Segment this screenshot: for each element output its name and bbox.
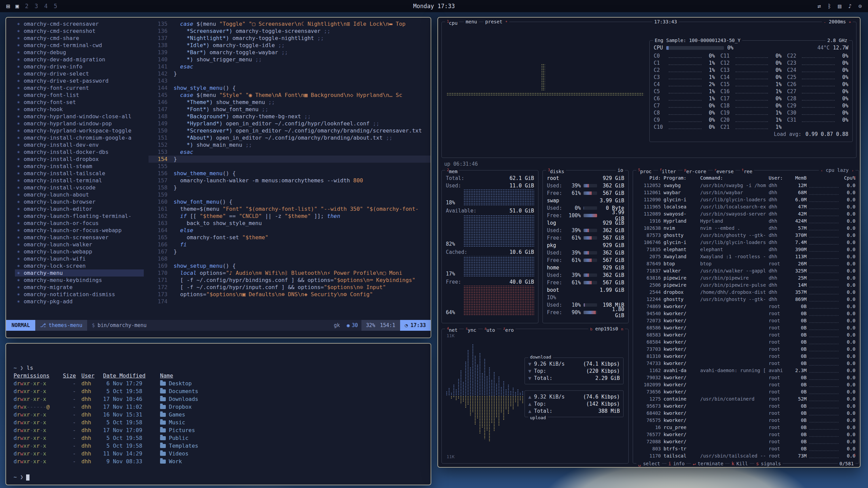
tree-item[interactable]: ∗omarchy-dev-add-migration — [15, 56, 149, 63]
tree-item[interactable]: ∗omarchy-launch-webapp — [15, 248, 149, 255]
tree-item[interactable]: ∗omarchy-hook — [15, 106, 149, 113]
hint-terminate[interactable]: ↵terminate — [691, 461, 725, 467]
process-row[interactable]: 111965localsea/usr/lib/localsearch-exdhh… — [636, 203, 855, 210]
name-cell[interactable]: Music — [160, 419, 423, 426]
tree-item[interactable]: ∗omarchy-font-list — [15, 92, 149, 99]
tree-item[interactable]: ∗omarchy-launch-wifi — [15, 255, 149, 262]
hint-Kill[interactable]: kKill — [730, 461, 749, 467]
proc-box-tab[interactable]: 5proc — [636, 167, 653, 175]
tree-item[interactable]: ∗omarchy-launch-or-focus-webapp — [15, 227, 149, 234]
hint-select[interactable]: ␣select — [636, 461, 662, 467]
toggle-auto[interactable]: auto — [483, 326, 497, 333]
process-row[interactable]: 71835elephantelephantdhh390M0.0 — [636, 246, 855, 253]
proc-column-header[interactable]: Pid: — [636, 175, 661, 182]
disks-box-tab[interactable]: 3disks — [546, 167, 566, 175]
workspace-button[interactable]: 2 — [24, 3, 29, 9]
process-row[interactable]: 102099kworker/root0B0.0 — [636, 381, 855, 388]
process-row[interactable]: 87649btopbtoproot26M0.0 — [636, 260, 855, 267]
tree-item[interactable]: ∗omarchy-launch-screensaver — [15, 234, 149, 241]
toggle-reverse[interactable]: reverse — [713, 167, 735, 175]
tree-item[interactable]: ∗omarchy-install-docker-dbs — [15, 148, 149, 156]
tree-item[interactable]: ∗omarchy-install-dev-env — [15, 141, 149, 148]
tree-item[interactable]: ∗omarchy-cmd-screensaver — [15, 20, 149, 27]
process-row[interactable]: 112061waybar/usr/bin/waybardhh68M0.0 — [636, 189, 855, 196]
launcher-icon[interactable]: ⊞ — [6, 2, 10, 10]
active-workspace-icon[interactable]: ▣ — [15, 3, 19, 9]
tree-item[interactable]: ∗omarchy-drive-select — [15, 70, 149, 77]
process-row[interactable]: 73703kworker/root0B0.0 — [636, 346, 855, 353]
process-row[interactable]: 106746glycin-i/usr/lib/glycin-loadersdhh… — [636, 239, 855, 246]
process-row[interactable]: 2506pipewire/usr/bin/pipewire-pulsedhh14… — [636, 282, 855, 289]
scroll-up-arrow[interactable]: ↑ — [853, 175, 856, 180]
toggle-sync[interactable]: sync — [464, 326, 478, 333]
process-row[interactable]: 63816pipewire/usr/bin/pipewiredhh25M0.0 — [636, 274, 855, 282]
display-icon[interactable]: ▤ — [838, 3, 841, 9]
tree-item[interactable]: ∗omarchy-launch-editor — [15, 205, 149, 212]
proc-column-header[interactable]: User: — [769, 175, 786, 182]
workspace-button[interactable]: 5 — [53, 3, 58, 9]
mem-box-tab[interactable]: 2mem — [445, 167, 459, 175]
tree-item[interactable]: ∗omarchy-hyprland-window-pop — [15, 120, 149, 127]
tree-item[interactable]: ∗omarchy-launch-or-focus — [15, 220, 149, 227]
tree-item[interactable]: ∗omarchy-install-steam — [15, 163, 149, 170]
process-row[interactable]: 74733kworker/root0B0.0 — [636, 360, 855, 367]
interval-control[interactable]: - 2000ms + — [822, 19, 853, 26]
name-cell[interactable]: Public — [160, 434, 423, 442]
workspace-button[interactable]: 4 — [43, 3, 48, 9]
tree-item[interactable]: ∗omarchy-font-set — [15, 99, 149, 106]
process-row[interactable]: 79032kworker/root0B0.0 — [636, 374, 855, 381]
process-row[interactable]: 2075XwaylandXwayland :1 -rootless -dhh11… — [636, 253, 855, 260]
process-row[interactable]: 94540kworker/root0B0.0 — [636, 310, 855, 317]
process-row[interactable]: 76577kworker/root0B0.0 — [636, 431, 855, 438]
process-row[interactable]: 1162avahi-daavahi-daemon: running [avahi… — [636, 367, 855, 374]
tree-item[interactable]: ∗omarchy-hyprland-window-close-all — [15, 113, 149, 120]
tree-item[interactable]: ∗omarchy-hyprland-workspace-toggle — [15, 127, 149, 134]
tree-item[interactable]: ∗omarchy-install-terminal — [15, 177, 149, 184]
tree-item[interactable]: ∗omarchy-install-dropbox — [15, 156, 149, 163]
process-row[interactable]: 68584kworker/root0B0.0 — [636, 339, 855, 346]
bluetooth-icon[interactable]: ᛒ — [828, 3, 831, 9]
process-row[interactable]: 102638nvimnvim --embed .dhh57M0.0 — [636, 225, 855, 232]
volume-icon[interactable]: ♪ — [848, 3, 852, 9]
process-row[interactable]: 95673kworker/root0B0.0 — [636, 403, 855, 410]
tree-item[interactable]: ∗omarchy-notification-dismiss — [15, 291, 149, 298]
name-cell[interactable]: Documents — [160, 387, 423, 395]
toggle-per-core[interactable]: per-core — [683, 167, 708, 175]
tree-item[interactable]: ∗omarchy-menu-keybindings — [15, 277, 149, 284]
terminal-window[interactable]: ~ ❯ lsPermissionsSizeUserDate ModifiedNa… — [5, 343, 431, 485]
proc-column-header[interactable]: Program: — [664, 175, 697, 182]
process-row[interactable]: 1275containe/usr/bin/containerdroot52M0.… — [636, 395, 855, 403]
command-line[interactable] — [6, 331, 431, 338]
process-row[interactable]: 87573ghostty/usr/bin/ghostty --gtk-dhh37… — [636, 232, 855, 239]
tree-item[interactable]: ∗omarchy-cmd-screenshot — [15, 27, 149, 35]
tree-item[interactable]: ∗omarchy-drive-info — [15, 63, 149, 70]
terminal-prompt[interactable]: ~ ❯ — [14, 473, 423, 481]
proc-column-header[interactable]: MemB — [789, 175, 807, 182]
name-cell[interactable]: Templates — [160, 442, 423, 450]
name-cell[interactable]: Pictures — [160, 426, 423, 434]
process-row[interactable]: 1916HyprlandHyprlanddhh424M0.0 — [636, 218, 855, 225]
net-box-tab[interactable]: 4net — [445, 326, 459, 333]
net-interface[interactable]: b enp191s0 n — [588, 326, 625, 333]
tree-item[interactable]: ∗omarchy-pkg-add — [15, 298, 149, 305]
process-row[interactable]: 74869kworker/root0B0.0 — [636, 303, 855, 310]
proc-column-header[interactable]: Command: — [700, 175, 766, 182]
name-cell[interactable]: Games — [160, 411, 423, 419]
process-row[interactable]: 112090glycin-i/usr/lib/glycin-loadersdhh… — [636, 196, 855, 203]
tree-item[interactable]: ∗omarchy-migrate — [15, 284, 149, 291]
toggle-zero[interactable]: zero — [501, 326, 515, 333]
process-row[interactable]: 112052swaybg/usr/bin/swaybg -i /homdhh12… — [636, 182, 855, 189]
process-row[interactable]: 2544dropbox/home/dhh/.dropbox-distdhh357… — [636, 289, 855, 296]
tree-item[interactable]: ∗omarchy-drive-set-password — [15, 77, 149, 84]
workspace-button[interactable]: 3 — [34, 3, 39, 9]
process-row[interactable]: 72073kworker/root0B0.0 — [636, 317, 855, 324]
tree-item[interactable]: ∗omarchy-font-current — [15, 84, 149, 92]
tree-item[interactable]: ∗omarchy-launch-about — [15, 191, 149, 198]
process-row[interactable]: 1170tailscal/usr/sbin/tailscaled --root7… — [636, 452, 855, 459]
process-row[interactable]: 112089swayosd-/usr/bin/swayosd-serverdhh… — [636, 210, 855, 218]
tree-item[interactable]: ∗omarchy-menu — [15, 269, 144, 277]
process-row[interactable]: 68402kworker/root0B0.0 — [636, 410, 855, 417]
name-cell[interactable]: Videos — [160, 450, 423, 458]
tree-item[interactable]: ∗omarchy-launch-walker — [15, 241, 149, 248]
name-cell[interactable]: Dropbox — [160, 403, 423, 411]
